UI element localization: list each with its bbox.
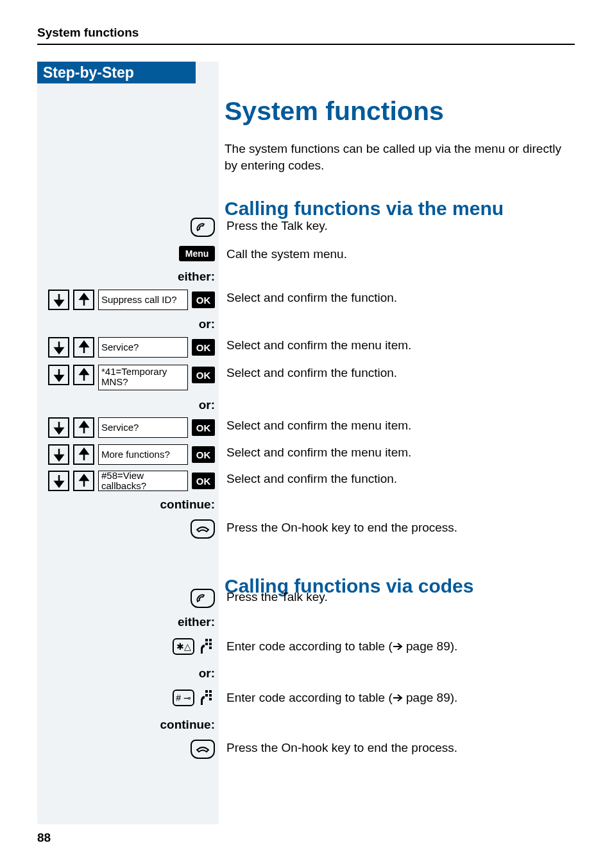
or-label: or:: [37, 317, 219, 331]
menu-item-callbacks: #58=View callbacks?: [98, 471, 188, 491]
arrow-down-icon: [48, 471, 69, 491]
row-either: either:: [37, 270, 575, 284]
row-continue2: continue:: [37, 718, 575, 732]
callbacks-desc: Select and confirm the function.: [219, 471, 575, 486]
svg-rect-8: [209, 694, 212, 697]
row-more: More functions? OK Select and confirm th…: [37, 444, 575, 465]
suppress-desc: Select and confirm the function.: [219, 290, 575, 305]
code1-desc: Enter code according to table ( page 89)…: [219, 638, 575, 654]
menu-item-suppress: Suppress call ID?: [98, 290, 188, 310]
menu-item-service2: Service?: [98, 417, 188, 438]
section1-title: Calling functions via the menu: [225, 198, 575, 220]
sidebar-background: [37, 62, 219, 824]
arrow-up-icon: [73, 337, 94, 358]
continue-label: continue:: [37, 498, 219, 512]
row-temp: *41=Temporary MNS? OK Select and confirm…: [37, 365, 575, 390]
ok-button: OK: [192, 367, 215, 383]
either-label: either:: [37, 270, 219, 284]
menu-desc: Call the system menu.: [219, 246, 575, 261]
continue-label: continue:: [37, 718, 219, 732]
row-suppress: Suppress call ID? OK Select and confirm …: [37, 290, 575, 310]
row-either2: either:: [37, 615, 575, 629]
code1-ref: page 89).: [403, 639, 458, 653]
ok-button: OK: [192, 339, 215, 356]
row-continue1: continue:: [37, 498, 575, 512]
page-header: System functions: [37, 26, 575, 45]
row-callbacks: #58=View callbacks? OK Select and confir…: [37, 471, 575, 491]
arrow-down-icon: [48, 290, 69, 310]
arrow-up-icon: [73, 365, 94, 385]
arrow-down-icon: [48, 444, 69, 465]
arrow-down-icon: [48, 337, 69, 358]
keypad-icon: [198, 690, 215, 709]
row-code2: # ⊸ Enter code according to table ( page…: [37, 690, 575, 709]
row-onhook1: Press the On-hook key to end the process…: [37, 519, 575, 539]
code1-pre: Enter code according to table (: [226, 639, 393, 653]
star-key-icon: ✱△: [173, 638, 194, 655]
svg-rect-7: [205, 694, 208, 697]
talk-key-icon: [191, 589, 215, 608]
row-code1: ✱△ Enter code according to table ( page …: [37, 638, 575, 657]
row-onhook2: Press the On-hook key to end the process…: [37, 740, 575, 759]
row-or1: or:: [37, 317, 575, 331]
menu-item-more: More functions?: [98, 444, 188, 465]
code2-pre: Enter code according to table (: [226, 691, 393, 704]
arrow-right-icon: [393, 691, 403, 704]
or-label: or:: [37, 398, 219, 412]
temp-desc: Select and confirm the function.: [219, 365, 575, 380]
menu-key: Menu: [179, 246, 215, 261]
arrow-up-icon: [73, 471, 94, 491]
menu-item-temp: *41=Temporary MNS?: [98, 365, 188, 390]
onhook-key-icon: [191, 740, 215, 759]
talk-desc: Press the Talk key.: [219, 218, 575, 233]
menu-item-service: Service?: [98, 337, 188, 358]
or-label: or:: [37, 666, 219, 681]
talk-key-icon: [191, 218, 215, 237]
sidebar-title-text: Step-by-Step: [43, 64, 134, 82]
svg-rect-2: [205, 643, 208, 645]
svg-rect-5: [205, 690, 208, 693]
svg-rect-6: [209, 690, 212, 693]
onhook2-desc: Press the On-hook key to end the process…: [219, 740, 575, 755]
row-menu-key: Menu Call the system menu.: [37, 246, 575, 261]
row-or2: or:: [37, 398, 575, 412]
page-number: 88: [37, 831, 51, 845]
row-talk2: Press the Talk key.: [37, 589, 575, 608]
ok-button: OK: [192, 473, 215, 489]
sidebar-title: Step-by-Step: [37, 62, 196, 83]
onhook1-desc: Press the On-hook key to end the process…: [219, 519, 575, 535]
svg-rect-4: [209, 647, 212, 649]
code2-desc: Enter code according to table ( page 89)…: [219, 690, 575, 705]
service2-desc: Select and confirm the menu item.: [219, 417, 575, 433]
arrow-down-icon: [48, 417, 69, 438]
svg-rect-3: [209, 643, 212, 645]
arrow-up-icon: [73, 417, 94, 438]
svg-rect-9: [209, 698, 212, 700]
svg-rect-1: [209, 639, 212, 641]
ok-button: OK: [192, 446, 215, 463]
row-service2: Service? OK Select and confirm the menu …: [37, 417, 575, 438]
service1-desc: Select and confirm the menu item.: [219, 337, 575, 352]
arrow-up-icon: [73, 290, 94, 310]
header-title: System functions: [37, 26, 139, 39]
page-title: System functions: [225, 96, 575, 126]
row-or3: or:: [37, 666, 575, 681]
arrow-up-icon: [73, 444, 94, 465]
hash-key-icon: # ⊸: [173, 690, 194, 706]
talk2-desc: Press the Talk key.: [219, 589, 575, 604]
content-area: System functions The system functions ca…: [225, 90, 575, 231]
svg-rect-0: [205, 639, 208, 641]
onhook-key-icon: [191, 519, 215, 539]
arrow-down-icon: [48, 365, 69, 385]
code2-ref: page 89).: [403, 691, 458, 704]
ok-button: OK: [192, 419, 215, 436]
ok-button: OK: [192, 291, 215, 308]
more-desc: Select and confirm the menu item.: [219, 444, 575, 460]
arrow-right-icon: [393, 639, 403, 653]
intro-text: The system functions can be called up vi…: [225, 141, 575, 173]
row-service1: Service? OK Select and confirm the menu …: [37, 337, 575, 358]
either-label: either:: [37, 615, 219, 629]
row-talk-key: Press the Talk key.: [37, 218, 575, 237]
keypad-icon: [198, 638, 215, 657]
